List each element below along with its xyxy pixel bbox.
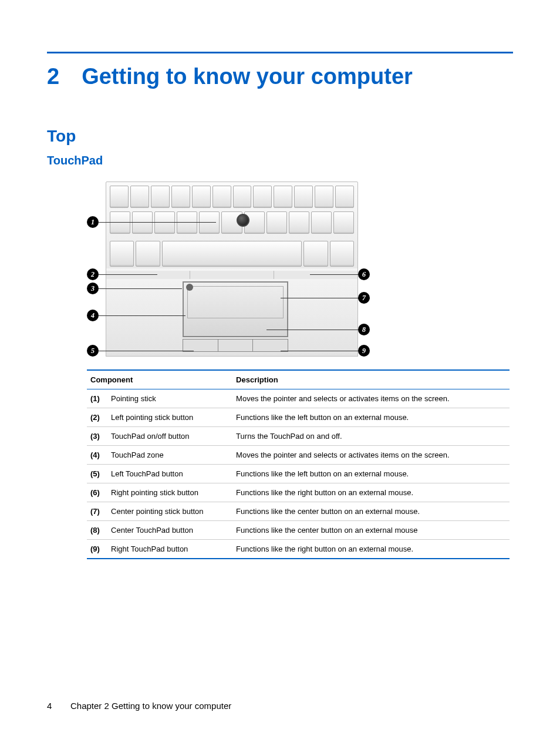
callout-1: 1 — [87, 216, 99, 228]
table-row: (4)TouchPad zoneMoves the pointer and se… — [87, 446, 510, 465]
callout-5: 5 — [87, 345, 99, 357]
palmrest-illustration — [106, 268, 358, 357]
keyboard-illustration — [106, 182, 358, 270]
page-footer: 4 Chapter 2 Getting to know your compute… — [47, 701, 231, 711]
th-description: Description — [232, 370, 510, 389]
chapter-heading: 2 Getting to know your computer — [47, 64, 513, 89]
footer-text: Chapter 2 Getting to know your computer — [70, 701, 231, 711]
callout-4: 4 — [87, 310, 99, 321]
callout-8: 8 — [358, 324, 370, 335]
callout-9: 9 — [358, 345, 370, 357]
callout-7: 7 — [358, 292, 370, 304]
table-row: (7)Center pointing stick buttonFunctions… — [87, 502, 510, 521]
callout-3: 3 — [87, 283, 99, 294]
page-number: 4 — [47, 701, 59, 711]
table-row: (6)Right pointing stick buttonFunctions … — [87, 483, 510, 502]
component-table: Component Description (1)Pointing stickM… — [87, 369, 510, 559]
table-row: (2)Left pointing stick buttonFunctions l… — [87, 408, 510, 427]
pointing-stick-icon — [237, 214, 249, 227]
table-row: (3)TouchPad on/off buttonTurns the Touch… — [87, 427, 510, 446]
callout-2: 2 — [87, 268, 99, 280]
chapter-title: Getting to know your computer — [82, 64, 413, 89]
table-row: (5)Left TouchPad buttonFunctions like th… — [87, 465, 510, 483]
section-touchpad: TouchPad — [47, 154, 513, 167]
table-row: (9)Right TouchPad buttonFunctions like t… — [87, 540, 510, 559]
callout-6: 6 — [358, 268, 370, 280]
top-rule — [47, 52, 513, 53]
table-row: (1)Pointing stickMoves the pointer and s… — [87, 389, 510, 408]
touchpad-diagram: 1 2 3 4 5 6 7 8 9 — [87, 182, 513, 358]
table-body: (1)Pointing stickMoves the pointer and s… — [87, 389, 510, 559]
th-component: Component — [87, 370, 232, 389]
section-top: Top — [47, 127, 513, 146]
chapter-number: 2 — [47, 64, 59, 89]
table-row: (8)Center TouchPad buttonFunctions like … — [87, 521, 510, 540]
